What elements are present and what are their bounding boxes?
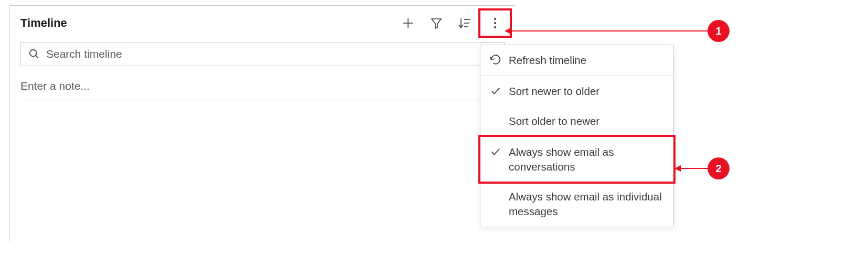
sort-button[interactable] bbox=[457, 16, 472, 30]
callout-badge: 1 bbox=[708, 20, 730, 42]
callout-2-line bbox=[680, 168, 708, 169]
menu-section-refresh: Refresh timeline bbox=[480, 45, 673, 76]
callout-badge: 2 bbox=[708, 157, 730, 179]
timeline-header: Timeline bbox=[20, 14, 505, 33]
svg-point-6 bbox=[494, 18, 496, 20]
callout-2: 2 bbox=[708, 157, 730, 179]
search-placeholder: Search timeline bbox=[46, 48, 122, 60]
timeline-title: Timeline bbox=[20, 16, 67, 30]
callout-2-arrow bbox=[674, 165, 681, 172]
menu-section-sort: Sort newer to older Sort older to newer bbox=[480, 76, 673, 137]
add-button[interactable] bbox=[401, 16, 415, 30]
empty-icon bbox=[490, 189, 509, 190]
menu-item-label: Sort newer to older bbox=[509, 84, 664, 99]
filter-button[interactable] bbox=[429, 16, 444, 30]
email-conversations-highlight: Always show email as conversations bbox=[478, 135, 676, 184]
search-input[interactable]: Search timeline bbox=[20, 42, 505, 66]
sort-icon bbox=[458, 17, 471, 29]
more-vertical-icon bbox=[493, 17, 497, 29]
menu-section-email: Always show email as conversations Alway… bbox=[480, 135, 673, 227]
plus-icon bbox=[402, 17, 414, 29]
more-button[interactable] bbox=[488, 16, 502, 30]
checkmark-icon bbox=[490, 84, 509, 97]
menu-item-label: Always show email as conversations bbox=[509, 145, 664, 174]
svg-line-10 bbox=[36, 56, 39, 59]
menu-item-label: Refresh timeline bbox=[509, 53, 664, 68]
svg-point-7 bbox=[494, 22, 496, 24]
menu-item-sort-older[interactable]: Sort older to newer bbox=[480, 106, 673, 136]
note-input[interactable]: Enter a note... bbox=[20, 77, 482, 100]
callout-1: 1 bbox=[708, 20, 730, 42]
callout-1-arrow bbox=[505, 28, 511, 34]
menu-item-sort-newer[interactable]: Sort newer to older bbox=[480, 76, 673, 107]
menu-item-label: Always show email as individual messages bbox=[509, 189, 664, 218]
timeline-panel: Timeline Search timeline Enter a note... bbox=[9, 5, 515, 241]
menu-item-refresh[interactable]: Refresh timeline bbox=[480, 45, 673, 76]
filter-icon bbox=[430, 17, 443, 29]
svg-point-8 bbox=[494, 26, 496, 28]
callout-1-line bbox=[510, 30, 708, 31]
menu-item-label: Sort older to newer bbox=[509, 114, 664, 129]
refresh-icon bbox=[490, 53, 509, 66]
timeline-actions bbox=[401, 14, 505, 33]
empty-icon bbox=[490, 114, 509, 115]
search-icon bbox=[28, 48, 40, 60]
menu-item-email-conversations[interactable]: Always show email as conversations bbox=[480, 137, 673, 182]
checkmark-icon bbox=[490, 145, 509, 157]
svg-point-9 bbox=[30, 50, 37, 57]
menu-item-email-individual[interactable]: Always show email as individual messages bbox=[480, 182, 673, 226]
more-dropdown-menu: Refresh timeline Sort newer to older Sor… bbox=[480, 45, 674, 227]
